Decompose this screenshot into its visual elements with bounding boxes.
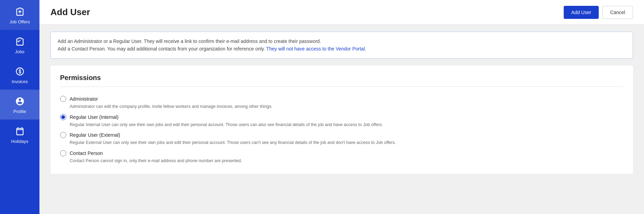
permissions-card: Permissions Administrator Administrator … [50, 66, 633, 174]
clipboard-plus-icon [14, 5, 26, 18]
radio-row-regular-internal: Regular User (Internal) [60, 114, 623, 120]
info-line-2: Add a Contact Person. You may add additi… [58, 45, 626, 53]
radio-contact-person[interactable] [60, 150, 66, 156]
radio-desc-contact-person: Contact Person cannot sign in, only thei… [70, 158, 623, 164]
radio-row-regular-external: Regular User (External) [60, 132, 623, 138]
radio-row-administrator: Administrator [60, 96, 623, 102]
sidebar-item-label: Jobs [15, 49, 24, 54]
radio-administrator[interactable] [60, 96, 66, 102]
sidebar-item-profile[interactable]: Profile [0, 90, 39, 120]
sidebar-item-label: Profile [13, 109, 26, 114]
radio-label-administrator[interactable]: Administrator [70, 96, 98, 102]
radio-label-regular-external[interactable]: Regular User (External) [70, 132, 120, 138]
radio-row-contact-person: Contact Person [60, 150, 623, 156]
radio-regular-internal[interactable] [60, 114, 66, 120]
permissions-title: Permissions [60, 74, 623, 82]
header-actions: Add User Cancel [564, 6, 633, 19]
calendar-icon [14, 125, 26, 137]
radio-label-regular-internal[interactable]: Regular User (Internal) [70, 114, 118, 120]
add-user-button[interactable]: Add User [564, 6, 599, 19]
sidebar-item-holidays[interactable]: Holidays [0, 120, 39, 149]
info-line-1: Add an Administrator or a Regular User. … [58, 37, 626, 45]
sidebar: Job Offers Jobs Invoices Profile [0, 0, 39, 214]
page-header: Add User Add User Cancel [39, 0, 644, 25]
sidebar-item-jobs[interactable]: Jobs [0, 30, 39, 60]
page-title: Add User [50, 7, 90, 18]
permissions-radio-group: Administrator Administrator can edit the… [60, 93, 623, 166]
radio-desc-administrator: Administrator can edit the company profi… [70, 103, 623, 110]
main-content: Add User Add User Cancel Add an Administ… [39, 0, 644, 214]
radio-desc-regular-external: Regular External User can only see their… [70, 139, 623, 146]
person-circle-icon [14, 95, 26, 108]
radio-regular-external[interactable] [60, 132, 66, 138]
clipboard-check-icon [14, 35, 26, 48]
radio-label-contact-person[interactable]: Contact Person [70, 150, 103, 156]
permissions-divider [60, 87, 623, 87]
sidebar-item-invoices[interactable]: Invoices [0, 60, 39, 90]
sidebar-item-label: Invoices [12, 79, 28, 84]
sidebar-item-label: Holidays [11, 139, 28, 144]
info-box: Add an Administrator or a Regular User. … [50, 32, 633, 59]
info-line-2-prefix: Add a Contact Person. You may add additi… [58, 46, 266, 52]
sidebar-item-label: Job Offers [10, 19, 30, 24]
cancel-button[interactable]: Cancel [602, 6, 633, 19]
dollar-circle-icon [14, 65, 26, 78]
sidebar-item-job-offers[interactable]: Job Offers [0, 0, 39, 30]
radio-desc-regular-internal: Regular Internal User can only see their… [70, 122, 623, 128]
info-line-2-link: They will not have access to the Vendor … [266, 46, 366, 52]
